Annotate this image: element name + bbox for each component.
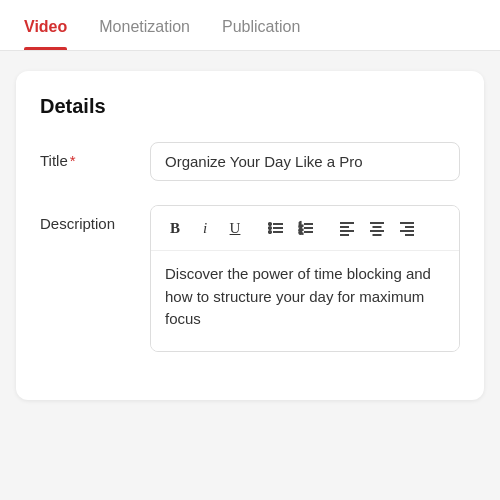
- text-format-group: B i U: [161, 214, 249, 242]
- tab-video[interactable]: Video: [24, 0, 67, 50]
- details-card: Details Title* Description: [16, 71, 484, 400]
- align-right-button[interactable]: [393, 214, 421, 242]
- ordered-list-button[interactable]: 1. 2. 3.: [292, 214, 320, 242]
- editor-container: B i U: [150, 205, 460, 352]
- title-row: Title*: [40, 142, 460, 181]
- tab-monetization[interactable]: Monetization: [99, 0, 190, 50]
- ordered-list-icon: 1. 2. 3.: [298, 220, 314, 236]
- description-editor-wrapper: B i U: [150, 205, 460, 352]
- italic-button[interactable]: i: [191, 214, 219, 242]
- separator-2: [326, 218, 327, 238]
- align-center-button[interactable]: [363, 214, 391, 242]
- align-center-icon: [369, 220, 385, 236]
- align-right-icon: [399, 220, 415, 236]
- title-input[interactable]: [150, 142, 460, 181]
- underline-button[interactable]: U: [221, 214, 249, 242]
- list-format-group: 1. 2. 3.: [262, 214, 320, 242]
- bold-button[interactable]: B: [161, 214, 189, 242]
- description-row: Description B i: [40, 205, 460, 352]
- svg-point-4: [269, 231, 271, 233]
- align-left-icon: [339, 220, 355, 236]
- separator-1: [255, 218, 256, 238]
- description-label: Description: [40, 205, 150, 232]
- unordered-list-button[interactable]: [262, 214, 290, 242]
- tab-publication[interactable]: Publication: [222, 0, 300, 50]
- description-editor-body[interactable]: Discover the power of time blocking and …: [151, 251, 459, 351]
- unordered-list-icon: [268, 220, 284, 236]
- main-content: Details Title* Description: [0, 51, 500, 500]
- align-group: [333, 214, 421, 242]
- tab-bar: Video Monetization Publication: [0, 0, 500, 51]
- svg-point-0: [269, 223, 271, 225]
- page: Video Monetization Publication Details T…: [0, 0, 500, 500]
- card-title: Details: [40, 95, 460, 118]
- required-indicator: *: [70, 152, 76, 169]
- svg-text:3.: 3.: [299, 229, 303, 235]
- title-input-wrapper: [150, 142, 460, 181]
- align-left-button[interactable]: [333, 214, 361, 242]
- editor-toolbar: B i U: [151, 206, 459, 251]
- title-label: Title*: [40, 142, 150, 169]
- svg-point-2: [269, 227, 271, 229]
